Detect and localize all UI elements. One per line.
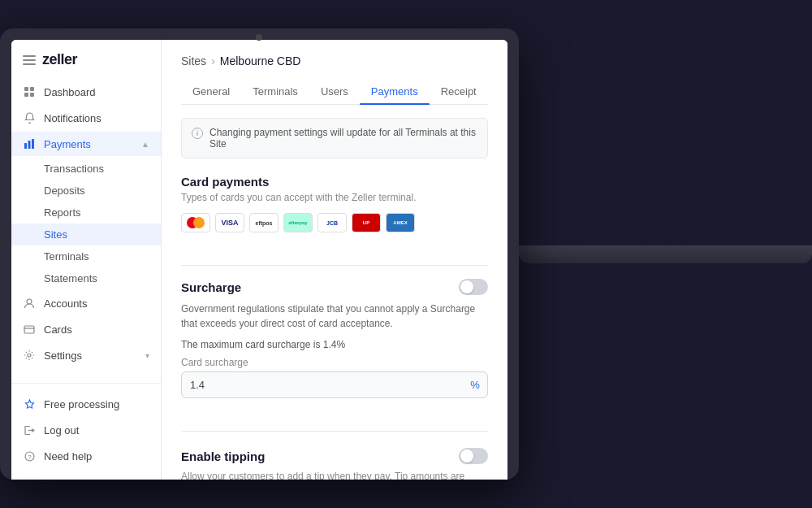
settings-label: Settings [44, 350, 137, 362]
grid-icon [23, 85, 36, 98]
surcharge-input[interactable] [181, 371, 488, 398]
app-layout: zeller Dashboard [11, 40, 508, 480]
surcharge-max-text: The maximum card surcharge is 1.4% [181, 339, 488, 350]
sidebar-item-transactions[interactable]: Transactions [11, 158, 161, 180]
sidebar-item-settings[interactable]: Settings ▾ [11, 343, 161, 367]
sidebar-item-payments[interactable]: Payments ▲ [11, 132, 161, 156]
card-icon [23, 323, 36, 336]
sidebar-nav: Dashboard Notifications [11, 80, 161, 375]
breadcrumb: Sites › Melbourne CBD [181, 54, 488, 67]
tab-receipt[interactable]: Receipt [430, 79, 488, 104]
surcharge-input-group: Card surcharge % [181, 357, 488, 398]
svg-point-10 [28, 354, 31, 357]
dashboard-label: Dashboard [44, 86, 149, 98]
breadcrumb-current: Melbourne CBD [220, 54, 301, 67]
sidebar-item-deposits[interactable]: Deposits [11, 180, 161, 202]
sidebar: zeller Dashboard [11, 40, 162, 480]
visa-label: VISA [221, 219, 238, 227]
sidebar-item-notifications[interactable]: Notifications [11, 106, 161, 130]
svg-rect-6 [32, 139, 34, 149]
mastercard-icon [181, 213, 210, 232]
logo: zeller [42, 51, 77, 68]
sidebar-item-logout[interactable]: Log out [11, 418, 161, 442]
need-help-label: Need help [44, 450, 149, 462]
logout-icon [23, 423, 36, 436]
svg-rect-1 [30, 87, 34, 91]
payments-label: Payments [44, 138, 133, 150]
afterpay-icon: afterpay [283, 213, 313, 232]
svg-rect-4 [24, 143, 27, 149]
tabs-bar: General Terminals Users Payments Receipt [181, 79, 488, 105]
svg-point-7 [27, 299, 32, 304]
amex-label: AMEX [393, 220, 407, 225]
surcharge-section: Surcharge Government regulations stipula… [181, 279, 488, 398]
logo-area: zeller [11, 51, 161, 80]
payments-submenu: Transactions Deposits Reports Sites Term… [11, 158, 161, 289]
svg-rect-5 [28, 141, 31, 149]
bell-icon [23, 111, 36, 124]
notifications-label: Notifications [44, 112, 149, 124]
section-divider-1 [181, 265, 488, 266]
surcharge-toggle-thumb [460, 280, 473, 293]
card-icons-row: VISA eftpos afterpay JCB UP [181, 213, 488, 232]
tab-terminals[interactable]: Terminals [241, 79, 309, 104]
tipping-toggle[interactable] [459, 448, 488, 464]
svg-text:?: ? [28, 454, 32, 461]
tipping-toggle-row: Enable tipping [181, 448, 488, 464]
gear-icon [23, 349, 36, 362]
sidebar-item-terminals[interactable]: Terminals [11, 245, 161, 267]
tipping-description: Allow your customers to add a tip when t… [181, 471, 488, 480]
help-icon: ? [23, 449, 36, 462]
tab-payments[interactable]: Payments [360, 79, 430, 104]
laptop-camera [256, 34, 262, 41]
laptop-shell: zeller Dashboard [0, 28, 519, 480]
chart-icon [23, 137, 36, 150]
section-divider-2 [181, 431, 488, 432]
tab-users[interactable]: Users [309, 79, 360, 104]
tab-general[interactable]: General [181, 79, 241, 104]
breadcrumb-parent[interactable]: Sites [181, 54, 206, 67]
sidebar-item-help[interactable]: ? Need help [11, 444, 161, 468]
info-banner: i Changing payment settings will update … [181, 118, 488, 158]
accounts-label: Accounts [44, 297, 149, 310]
amex-icon: AMEX [386, 213, 415, 232]
jcb-icon: JCB [317, 213, 347, 232]
tipping-section: Enable tipping Allow your customers to a… [181, 445, 488, 480]
surcharge-toggle[interactable] [459, 279, 488, 295]
sidebar-item-accounts[interactable]: Accounts [11, 291, 161, 315]
card-payments-section: Card payments Types of cards you can acc… [181, 175, 488, 232]
menu-icon[interactable] [23, 55, 36, 65]
sidebar-item-sites[interactable]: Sites [11, 224, 161, 245]
eftpos-icon: eftpos [249, 213, 279, 232]
card-payments-title: Card payments [181, 175, 488, 189]
sidebar-item-cards[interactable]: Cards [11, 317, 161, 341]
main-content: Sites › Melbourne CBD General Terminals … [162, 40, 508, 480]
svg-rect-0 [24, 87, 28, 91]
laptop-base [519, 245, 812, 263]
card-payments-subtitle: Types of cards you can accept with the Z… [181, 192, 488, 203]
settings-arrow: ▾ [145, 351, 149, 360]
sidebar-item-free-processing[interactable]: Free processing [11, 392, 161, 416]
surcharge-input-label: Card surcharge [181, 357, 488, 368]
surcharge-title: Surcharge [181, 280, 241, 294]
sidebar-footer: Free processing Log out [11, 383, 161, 468]
svg-rect-8 [24, 326, 34, 333]
sidebar-item-dashboard[interactable]: Dashboard [11, 80, 161, 104]
surcharge-description: Government regulations stipulate that yo… [181, 302, 488, 331]
info-icon: i [192, 128, 203, 139]
cards-label: Cards [44, 323, 149, 336]
sidebar-item-reports[interactable]: Reports [11, 202, 161, 224]
free-processing-label: Free processing [44, 398, 149, 410]
visa-icon: VISA [215, 213, 244, 232]
svg-rect-2 [24, 93, 28, 97]
breadcrumb-separator: › [211, 54, 215, 67]
info-banner-text: Changing payment settings will update fo… [209, 127, 477, 150]
sidebar-item-statements[interactable]: Statements [11, 267, 161, 289]
laptop-screen: zeller Dashboard [11, 40, 508, 480]
surcharge-input-wrapper: % [181, 371, 488, 398]
star-icon [23, 397, 36, 410]
account-icon [23, 297, 36, 310]
surcharge-input-suffix: % [470, 379, 480, 391]
svg-rect-3 [30, 93, 34, 97]
tipping-title: Enable tipping [181, 449, 265, 463]
